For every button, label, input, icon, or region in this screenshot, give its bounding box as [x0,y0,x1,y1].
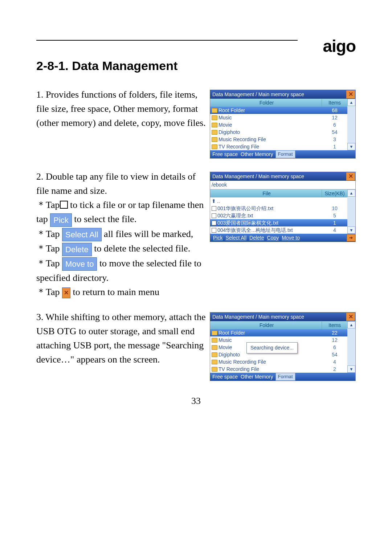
list-item[interactable]: TV Recording File1 [210,143,347,150]
row-value: 68 [322,107,347,114]
list-item[interactable]: 004华旗资讯全...构地址与电话.txt4 [210,226,347,234]
folder-icon [212,352,217,357]
page-number: 33 [36,396,356,406]
folder-icon [212,123,217,127]
row-label: Root Folder [219,107,245,114]
paragraph-2-intro: 2. Double tap any file to view in detail… [36,169,206,198]
list-item[interactable]: Music Recording File4 [210,358,347,365]
row-label: Root Folder [219,329,245,337]
move-to-button[interactable]: Move to [280,235,301,241]
list-item[interactable]: 001华旗资讯公司介绍.txt10 [210,205,347,212]
window-title: Data Management / Main memory space [210,91,346,98]
checkbox-icon [60,201,68,209]
list-item[interactable]: Music12 [210,114,347,121]
list-item[interactable]: Root Folder22 [210,329,347,336]
row-value: 54 [322,351,347,359]
bullet-select-all: ＊Tap Select All all files will be marked… [36,227,206,242]
row-label: Music Recording File [219,358,266,366]
row-value: 4 [322,226,347,234]
file-toolbar: PickSelect AllDeleteCopyMove to ➔ [210,234,355,242]
window-title: Data Management / Main memory space [210,173,346,180]
scroll-up-icon[interactable]: ▲ [347,189,355,197]
scrollbar[interactable]: ▲ ▼ [347,321,355,373]
pick-button[interactable]: Pick [212,235,224,241]
column-file: File [210,190,322,197]
bullet-delete: ＊Tap Delete to delete the selected file. [36,241,206,256]
row-label: Movie [219,121,232,129]
bullet-move-to: ＊Tap Move to to move the selected file t… [36,256,206,285]
free-space-label[interactable]: Free space [212,373,238,381]
list-item[interactable]: Digiphoto54 [210,128,347,136]
checkbox-icon[interactable] [212,221,216,225]
row-label: Movie [219,344,232,351]
folder-icon [212,108,217,113]
row-label: Digiphoto [219,128,240,136]
row-label: 001华旗资讯公司介绍.txt [217,205,273,212]
row-value: 1 [322,143,347,151]
other-memory-label[interactable]: Other Memory [240,151,274,158]
delete-button-chip: Delete [62,243,92,256]
row-label: 002六赢理念.txt [217,212,253,220]
select-all-button[interactable]: Select All [224,235,248,241]
paragraph-3: 3. While shifting to other memory, attac… [36,310,206,367]
list-item[interactable]: TV Recording File2 [210,365,347,373]
folder-icon [212,360,217,364]
row-label: Music Recording File [219,136,266,143]
paragraph-1: 1. Provides functions of folders, file i… [36,87,206,130]
scroll-up-icon[interactable]: ▲ [347,99,355,106]
row-label: 003爱国者国际象棋文化.txt [217,219,278,227]
scroll-down-icon[interactable]: ▼ [347,226,355,234]
row-value: 6 [322,344,347,351]
row-value: 3 [322,136,347,143]
row-label: 004华旗资讯全...构地址与电话.txt [217,226,293,234]
list-item[interactable]: 002六赢理念.txt5 [210,212,347,219]
delete-button[interactable]: Delete [248,235,265,241]
checkbox-icon[interactable] [212,213,216,218]
row-label: Music [219,336,232,344]
list-item[interactable]: Root Folder68 [210,107,347,114]
folder-icon [212,338,217,343]
row-value: 2 [322,365,347,373]
row-value: 5 [322,212,347,220]
row-value: 6 [322,121,347,129]
close-icon[interactable]: ✕ [346,313,355,321]
folder-icon [212,130,217,135]
bullet-tick-file: ＊Tap to tick a file or or tap filename t… [36,198,206,227]
bullet-return: ＊Tap ✕ to return to main menu [36,285,206,299]
close-icon[interactable]: ✕ [346,172,355,180]
free-space-label[interactable]: Free space [212,151,238,158]
move-to-button-chip: Move to [62,257,97,271]
list-item[interactable]: 003爱国者国际象棋文化.txt1 [210,219,347,226]
format-button[interactable]: Format [275,373,295,381]
checkbox-icon[interactable] [212,228,216,233]
row-value: 12 [322,336,347,344]
row-label: TV Recording File [219,365,259,373]
up-row[interactable]: ⬆.. [210,197,347,205]
copy-button[interactable]: Copy [266,235,281,241]
list-item[interactable]: Movie6 [210,121,347,128]
brand-logo: aigo [323,36,356,56]
close-icon[interactable]: ✕ [346,90,355,98]
folder-icon [212,345,217,350]
section-heading: 2-8-1. Data Management [36,59,356,73]
next-icon[interactable]: ➔ [347,234,355,241]
row-value: 54 [322,128,347,136]
screenshot-folders: Data Management / Main memory space ✕ Fo… [210,90,356,159]
scrollbar[interactable]: ▲ ▼ [347,99,355,150]
scroll-down-icon[interactable]: ▼ [347,143,355,150]
path-bar: /ebook [210,181,355,189]
scroll-up-icon[interactable]: ▲ [347,321,355,328]
format-button[interactable]: Format [275,150,295,158]
list-item[interactable]: Music Recording File3 [210,136,347,143]
pick-button-chip: Pick [50,213,72,227]
checkbox-icon[interactable] [212,206,216,211]
scroll-down-icon[interactable]: ▼ [347,365,355,373]
scrollbar[interactable]: ▲ ▼ [347,189,355,234]
select-all-button-chip: Select All [62,228,102,241]
other-memory-label[interactable]: Other Memory [240,373,274,381]
row-label: TV Recording File [219,143,259,151]
row-value: 22 [322,329,347,337]
status-bar: Free space Other Memory Format [210,373,355,381]
column-size: Size(KB) [322,190,347,197]
folder-icon [212,367,217,372]
